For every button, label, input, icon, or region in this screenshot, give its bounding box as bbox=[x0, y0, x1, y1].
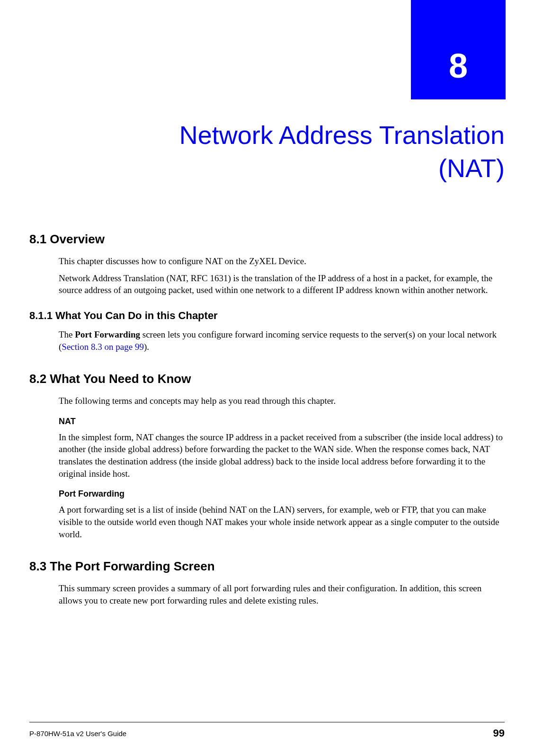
text-post: ). bbox=[144, 342, 149, 352]
section-8-2-heading: 8.2 What You Need to Know bbox=[29, 372, 505, 386]
port-forwarding-term-body: A port forwarding set is a list of insid… bbox=[59, 504, 505, 540]
document-page: 8 Network Address Translation (NAT) 8.1 … bbox=[0, 0, 534, 756]
section-8-1-1-heading: 8.1.1 What You Can Do in this Chapter bbox=[29, 310, 505, 322]
nat-term-body: In the simplest form, NAT changes the so… bbox=[59, 431, 505, 480]
section-8-2-p1: The following terms and concepts may hel… bbox=[59, 395, 505, 407]
chapter-tab: 8 bbox=[411, 0, 506, 99]
port-forwarding-term-heading: Port Forwarding bbox=[59, 489, 505, 499]
section-8-1-p1: This chapter discusses how to configure … bbox=[59, 255, 505, 267]
section-8-1-heading: 8.1 Overview bbox=[29, 232, 505, 247]
chapter-title-line2: (NAT) bbox=[438, 154, 505, 182]
section-8-1-1-p1: The Port Forwarding screen lets you conf… bbox=[59, 329, 505, 353]
page-footer: P-870HW-51a v2 User's Guide 99 bbox=[29, 722, 505, 739]
text-pre: The bbox=[59, 329, 75, 339]
chapter-title-line1: Network Address Translation bbox=[179, 121, 505, 149]
section-8-3-heading: 8.3 The Port Forwarding Screen bbox=[29, 559, 505, 574]
section-8-3-p1: This summary screen provides a summary o… bbox=[59, 582, 505, 606]
footer-page-number: 99 bbox=[493, 727, 505, 739]
text-bold-port-forwarding: Port Forwarding bbox=[75, 329, 140, 339]
link-section-8-3[interactable]: Section 8.3 on page 99 bbox=[62, 342, 144, 352]
content-area: 8.1 Overview This chapter discusses how … bbox=[29, 218, 505, 612]
chapter-number: 8 bbox=[449, 46, 468, 85]
chapter-title: Network Address Translation (NAT) bbox=[29, 118, 505, 185]
nat-term-heading: NAT bbox=[59, 417, 505, 427]
section-8-1-p2: Network Address Translation (NAT, RFC 16… bbox=[59, 272, 505, 296]
footer-guide-name: P-870HW-51a v2 User's Guide bbox=[29, 729, 126, 738]
